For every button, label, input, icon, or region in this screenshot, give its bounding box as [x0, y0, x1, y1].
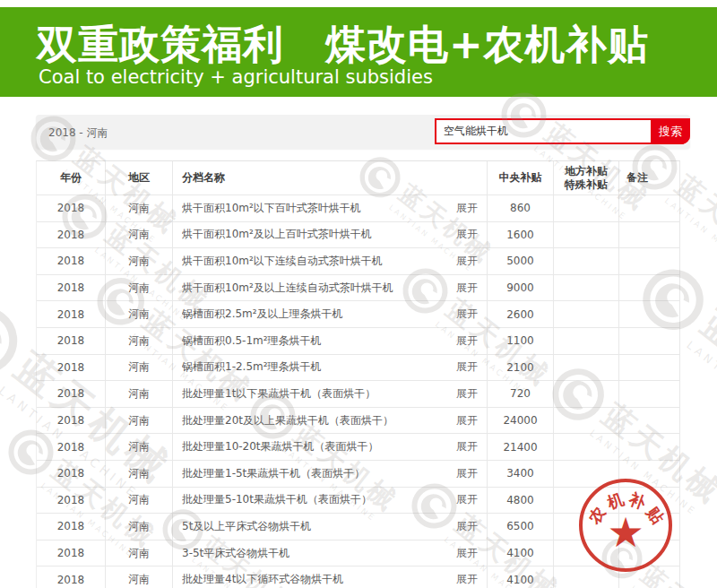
- cell-region: 河南: [106, 381, 173, 407]
- table-row: 2018 河南 烘干面积10m²及以上百叶式茶叶烘干机 展开 1600: [37, 222, 680, 249]
- cell-region: 河南: [106, 195, 173, 221]
- cell-year: 2018: [37, 195, 106, 221]
- cell-name: 批处理量5-10t果蔬烘干机（表面烘干） 展开: [173, 488, 488, 514]
- cell-name-text: 锅槽面积1-2.5m²理条烘干机: [182, 359, 451, 375]
- cell-name-text: 批处理量1-5t果蔬烘干机（表面烘干）: [182, 466, 451, 481]
- table-row: 2018 河南 批处理量20t及以上果蔬烘干机（表面烘干） 展开 24000: [37, 408, 680, 435]
- cell-local-subsidy: [554, 540, 619, 566]
- expand-link[interactable]: 展开: [456, 201, 478, 216]
- search-button[interactable]: 搜索: [651, 118, 690, 144]
- cell-year: 2018: [37, 328, 106, 354]
- cell-local-subsidy: [554, 355, 619, 381]
- expand-link[interactable]: 展开: [456, 466, 478, 481]
- cell-remark: [619, 461, 680, 487]
- cell-central-subsidy: 1600: [488, 222, 554, 248]
- cell-central-subsidy: 860: [488, 195, 554, 221]
- brand-logo-icon: [0, 291, 32, 389]
- cell-name-text: 批处理量10-20t果蔬烘干机（表面烘干）: [182, 439, 451, 454]
- cell-year: 2018: [37, 355, 106, 381]
- cell-year: 2018: [37, 461, 106, 487]
- expand-link[interactable]: 展开: [456, 519, 478, 534]
- expand-link[interactable]: 展开: [456, 439, 478, 454]
- expand-link[interactable]: 展开: [456, 413, 478, 428]
- cell-name: 批处理量20t及以上果蔬烘干机（表面烘干） 展开: [173, 408, 488, 434]
- expand-link[interactable]: 展开: [456, 254, 478, 269]
- table-row: 2018 河南 批处理量4t以下循环式谷物烘干机 展开 4100: [37, 566, 680, 588]
- col-remark: 备注: [619, 161, 680, 195]
- cell-local-subsidy: [554, 195, 619, 221]
- table-row: 2018 河南 5t及以上平床式谷物烘干机 展开 6500: [37, 514, 680, 540]
- cell-remark: [619, 222, 680, 248]
- cell-remark: [619, 275, 680, 301]
- cell-name-text: 锅槽面积2.5m²及以上理条烘干机: [182, 307, 451, 322]
- cell-local-subsidy: [554, 488, 619, 514]
- table-row: 2018 河南 锅槽面积1-2.5m²理条烘干机 展开 2100: [37, 355, 680, 382]
- cell-year: 2018: [37, 566, 106, 588]
- cell-region: 河南: [106, 566, 173, 588]
- search-input[interactable]: [436, 120, 651, 143]
- col-name: 分档名称: [173, 161, 488, 195]
- table-row: 2018 河南 锅槽面积0.5-1m²理条烘干机 展开 1100: [37, 328, 680, 355]
- table-row: 2018 河南 锅槽面积2.5m²及以上理条烘干机 展开 2600: [37, 301, 680, 328]
- cell-local-subsidy: [554, 514, 619, 540]
- expand-link[interactable]: 展开: [456, 546, 478, 561]
- cell-year: 2018: [37, 514, 106, 540]
- table-row: 2018 河南 批处理量10-20t果蔬烘干机（表面烘干） 展开 21400: [37, 434, 680, 461]
- cell-central-subsidy: 1100: [488, 328, 554, 354]
- banner: 双重政策福利 煤改电+农机补贴 Coal to electricity + ag…: [0, 7, 717, 97]
- expand-link[interactable]: 展开: [456, 359, 478, 375]
- cell-central-subsidy: 4800: [488, 488, 554, 514]
- expand-link[interactable]: 展开: [456, 572, 478, 587]
- table-row: 2018 河南 批处理量5-10t果蔬烘干机（表面烘干） 展开 4800: [37, 488, 680, 514]
- cell-name-text: 5t及以上平床式谷物烘干机: [182, 519, 451, 534]
- cell-region: 河南: [106, 355, 173, 381]
- table-body: 2018 河南 烘干面积10m²以下百叶式茶叶烘干机 展开 860 2018 河…: [37, 195, 680, 588]
- cell-year: 2018: [37, 488, 106, 514]
- expand-link[interactable]: 展开: [456, 386, 478, 402]
- cell-region: 河南: [106, 488, 173, 514]
- cell-central-subsidy: 2600: [488, 301, 554, 327]
- cell-name-text: 3-5t平床式谷物烘干机: [182, 546, 451, 561]
- cell-name: 烘干面积10m²以下连续自动式茶叶烘干机 展开: [173, 248, 488, 274]
- expand-link[interactable]: 展开: [456, 333, 478, 349]
- cell-remark: [619, 434, 680, 460]
- cell-central-subsidy: 24000: [488, 408, 554, 434]
- cell-name-text: 批处理量20t及以上果蔬烘干机（表面烘干）: [182, 413, 451, 428]
- cell-central-subsidy: 9000: [488, 275, 554, 301]
- cell-central-subsidy: 3400: [488, 461, 554, 487]
- cell-remark: [619, 355, 680, 381]
- cell-name: 锅槽面积2.5m²及以上理条烘干机 展开: [173, 301, 488, 327]
- cell-local-subsidy: [554, 275, 619, 301]
- cell-local-subsidy: [554, 381, 619, 407]
- cell-name-text: 锅槽面积0.5-1m²理条烘干机: [182, 333, 451, 349]
- cell-remark: [619, 195, 680, 221]
- cell-year: 2018: [37, 540, 106, 566]
- cell-local-subsidy: [554, 566, 619, 588]
- expand-link[interactable]: 展开: [456, 307, 478, 322]
- cell-region: 河南: [106, 514, 173, 540]
- expand-link[interactable]: 展开: [456, 281, 478, 296]
- cell-local-subsidy: [554, 222, 619, 248]
- cell-name: 3-5t平床式谷物烘干机 展开: [173, 540, 488, 566]
- cell-name: 批处理量1-5t果蔬烘干机（表面烘干） 展开: [173, 461, 488, 487]
- cell-name-text: 烘干面积10m²及以上连续自动式茶叶烘干机: [182, 281, 451, 296]
- expand-link[interactable]: 展开: [456, 227, 478, 242]
- cell-name: 批处理量10-20t果蔬烘干机（表面烘干） 展开: [173, 434, 488, 460]
- table-row: 2018 河南 烘干面积10m²以下百叶式茶叶烘干机 展开 860: [37, 195, 680, 222]
- cell-year: 2018: [37, 222, 106, 248]
- cell-remark: [619, 514, 680, 540]
- cell-name: 批处理量4t以下循环式谷物烘干机 展开: [173, 566, 488, 588]
- cell-name: 烘干面积10m²以下百叶式茶叶烘干机 展开: [173, 195, 488, 221]
- col-local-subsidy: 地方补贴 特殊补贴: [554, 161, 619, 195]
- cell-name: 烘干面积10m²及以上百叶式茶叶烘干机 展开: [173, 222, 488, 248]
- cell-local-subsidy: [554, 301, 619, 327]
- cell-name-text: 烘干面积10m²以下连续自动式茶叶烘干机: [182, 254, 451, 269]
- toolbar: 2018 - 河南 搜索: [36, 115, 690, 149]
- expand-link[interactable]: 展开: [456, 492, 478, 507]
- cell-remark: [619, 408, 680, 434]
- cell-region: 河南: [106, 434, 173, 460]
- cell-local-subsidy: [554, 248, 619, 274]
- page-subtitle: Coal to electricity + agricultural subsi…: [39, 66, 433, 88]
- col-local-line2: 特殊补贴: [565, 178, 608, 192]
- cell-year: 2018: [37, 381, 106, 407]
